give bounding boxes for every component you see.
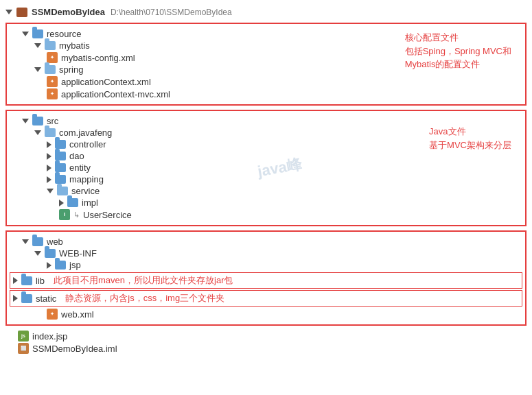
src-arrow	[22, 119, 29, 123]
web-arrow	[22, 239, 29, 244]
static-annotation: 静态资源，内含js，css，img三个文件夹	[65, 292, 224, 304]
indexjsp-file[interactable]: js index.jsp	[5, 330, 527, 342]
interface-icon: I	[59, 209, 70, 220]
main-wrapper: SSMDemoByIdea D:\health\0710\SSMDemoById…	[5, 5, 527, 355]
impl-arrow	[59, 200, 64, 206]
section-resource: 核心配置文件 包括Sping，Spring MVC和 Mybatis的配置文件 …	[5, 23, 527, 106]
folder-icon	[55, 152, 66, 160]
root-row[interactable]: SSMDemoByIdea D:\health\0710\SSMDemoById…	[5, 5, 527, 19]
lib-folder[interactable]: lib 此项目不用maven，所以用此文件夹存放jar包	[10, 272, 522, 289]
webxml-file[interactable]: ✦ web.xml	[10, 308, 522, 320]
jsp-icon: js	[18, 331, 29, 342]
folder-icon	[67, 198, 78, 207]
iml-icon: ⬜	[18, 343, 29, 354]
folder-icon	[55, 140, 66, 149]
project-icon	[16, 8, 27, 17]
dao-folder[interactable]: dao	[10, 150, 522, 162]
root-name: SSMDemoByIdea	[32, 7, 105, 17]
mapping-arrow	[47, 176, 51, 183]
folder-icon	[45, 249, 56, 258]
section-web: web WEB-INF jsp lib 此项目不用maven，所以用此文件夹存放…	[5, 230, 527, 326]
resource-arrow	[22, 32, 29, 36]
folder-icon	[55, 163, 66, 172]
static-arrow	[13, 295, 18, 302]
root-arrow-icon	[5, 10, 12, 14]
lib-arrow	[13, 277, 18, 284]
folder-icon	[32, 117, 43, 125]
impl-folder[interactable]: impl	[10, 197, 522, 208]
folder-icon	[45, 41, 56, 50]
folder-icon	[55, 261, 66, 270]
root-path: D:\health\0710\SSMDemoByIdea	[111, 8, 232, 17]
lib-annotation: 此项目不用maven，所以用此文件夹存放jar包	[54, 274, 233, 287]
folder-icon	[21, 294, 32, 303]
spring-arrow	[34, 67, 41, 72]
folder-icon	[57, 187, 68, 195]
webinf-arrow	[34, 251, 41, 256]
entity-folder[interactable]: entity	[10, 162, 522, 173]
xml-icon: ✦	[47, 309, 58, 320]
mapping-folder[interactable]: mapping	[10, 173, 522, 185]
entity-arrow	[47, 165, 51, 171]
xml-icon: ✦	[47, 88, 58, 99]
comjavafeng-arrow	[34, 130, 41, 135]
web-folder[interactable]: web	[10, 236, 522, 248]
jsp-folder[interactable]: jsp	[10, 259, 522, 271]
mybatis-arrow	[34, 43, 41, 48]
section-src: Java文件 基于MVC架构来分层 java峰 src com.javafeng…	[5, 110, 527, 226]
folder-icon	[32, 29, 43, 38]
folder-icon	[55, 175, 66, 184]
folder-icon	[21, 276, 32, 285]
iml-file[interactable]: ⬜ SSMDemoByIdea.iml	[5, 342, 527, 355]
service-arrow	[47, 189, 54, 193]
folder-icon	[45, 128, 56, 137]
jsp-arrow	[47, 262, 51, 269]
controller-arrow	[47, 141, 51, 148]
service-folder[interactable]: service	[10, 185, 522, 197]
xml-icon: ✦	[47, 52, 58, 63]
folder-icon	[32, 237, 43, 246]
usersercice-file[interactable]: I ↳ UserSercice	[10, 208, 522, 221]
dao-arrow	[47, 153, 51, 160]
section2-annotation: Java文件 基于MVC架构来分层	[429, 125, 511, 152]
appcontext-mvc-file[interactable]: ✦ applicationContext-mvc.xml	[10, 88, 522, 100]
webinf-folder[interactable]: WEB-INF	[10, 248, 522, 259]
folder-icon	[45, 65, 56, 74]
xml-icon: ✦	[47, 76, 58, 87]
appcontext-file[interactable]: ✦ applicationContext.xml	[10, 75, 522, 88]
section1-annotation: 核心配置文件 包括Sping，Spring MVC和 Mybatis的配置文件	[405, 31, 511, 71]
static-folder[interactable]: static 静态资源，内含js，css，img三个文件夹	[10, 290, 522, 307]
